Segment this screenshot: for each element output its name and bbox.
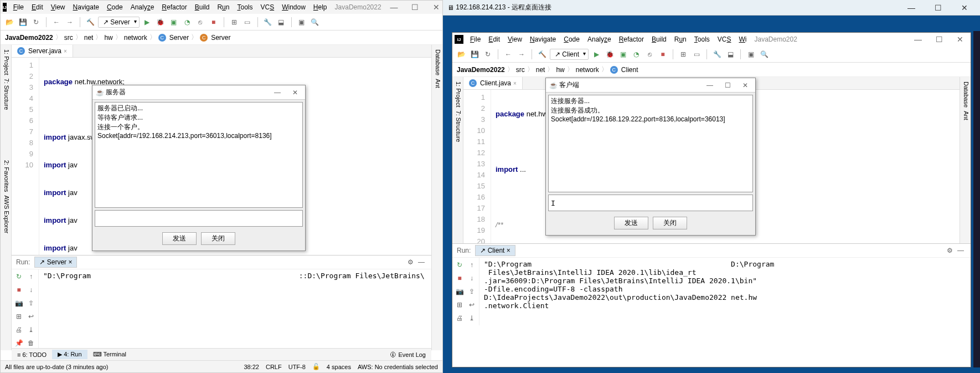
print-icon[interactable]: 🖨 xyxy=(453,312,466,324)
run-output[interactable]: "D:\Program ::D:\Program Files\JetBrains… xyxy=(39,269,431,350)
camera-icon[interactable]: 📷 xyxy=(13,297,25,309)
sdk-icon[interactable]: ⬓ xyxy=(725,49,736,60)
menu-navigate[interactable]: Navigate xyxy=(527,34,559,44)
layout-icon[interactable]: ⊞ xyxy=(13,310,25,323)
crumb[interactable]: Server xyxy=(169,34,189,42)
print-icon[interactable]: 🖨 xyxy=(13,324,25,336)
layout-icon[interactable]: ▣ xyxy=(296,17,307,28)
dialog-output[interactable]: 连接服务器... 连接服务器成功。 Socket[addr=/192.168.1… xyxy=(548,95,753,192)
menu-edit[interactable]: Edit xyxy=(485,34,503,44)
menu-view[interactable]: View xyxy=(48,2,69,12)
hammer-icon[interactable]: 🔨 xyxy=(537,49,548,60)
hide-icon[interactable]: — xyxy=(416,257,427,268)
structure-icon[interactable]: ⊞ xyxy=(678,49,689,60)
menu-file[interactable]: File xyxy=(467,34,484,44)
hammer-icon[interactable]: 🔨 xyxy=(85,17,96,28)
dialog-close-icon[interactable]: ✕ xyxy=(739,81,752,89)
sidebar-right[interactable]: Database Ant xyxy=(431,45,442,350)
close-icon[interactable]: ✕ xyxy=(428,3,445,12)
menu-tools[interactable]: Tools xyxy=(691,34,713,44)
crumb[interactable]: Client xyxy=(621,66,638,74)
menu-navigate[interactable]: Navigate xyxy=(70,2,102,12)
menu-refactor[interactable]: Refactor xyxy=(158,2,190,12)
menu-code[interactable]: Code xyxy=(104,2,126,12)
dialog-input[interactable] xyxy=(95,210,303,227)
crumb[interactable]: network xyxy=(124,34,147,42)
aws-status[interactable]: AWS: No credentials selected xyxy=(358,364,438,370)
coverage-icon[interactable]: ▣ xyxy=(617,49,628,60)
rerun-icon[interactable]: ↻ xyxy=(13,270,25,283)
dialog-input[interactable]: I xyxy=(548,195,753,211)
coverage-icon[interactable]: ▣ xyxy=(168,17,179,28)
sdk-icon[interactable]: ⬓ xyxy=(276,17,287,28)
refresh-icon[interactable]: ↻ xyxy=(482,49,493,60)
layout-icon[interactable]: ▣ xyxy=(745,49,756,60)
crumb[interactable]: network xyxy=(576,66,599,74)
line-ending[interactable]: CRLF xyxy=(266,364,282,370)
stop-icon[interactable]: ■ xyxy=(453,272,466,284)
sidebar-favorites[interactable]: 2: Favorites AWS Explorer xyxy=(1,156,12,267)
down-icon[interactable]: ↓ xyxy=(466,272,478,284)
camera-icon[interactable]: 📷 xyxy=(453,285,466,298)
stop-icon[interactable]: ■ xyxy=(208,17,219,28)
dialog-close-icon[interactable]: ✕ xyxy=(288,89,302,96)
tab-run[interactable]: ▶ 4: Run xyxy=(52,350,87,359)
debug-icon[interactable]: 🐞 xyxy=(604,49,615,60)
dialog-titlebar[interactable]: ☕ 客户端 —☐✕ xyxy=(546,78,755,93)
indent[interactable]: 4 spaces xyxy=(327,364,351,370)
menu-window[interactable]: Wi xyxy=(735,34,750,44)
menu-help[interactable]: Help xyxy=(310,2,331,12)
maximize-icon[interactable]: ☐ xyxy=(407,3,424,12)
avd-icon[interactable]: ▭ xyxy=(691,49,702,60)
open-icon[interactable]: 📂 xyxy=(4,17,15,28)
wrap-icon[interactable]: ↩ xyxy=(466,299,478,311)
min-icon[interactable]: — xyxy=(900,3,922,12)
search-icon[interactable]: 🔍 xyxy=(759,49,770,60)
wrap-icon[interactable]: ↩ xyxy=(25,310,37,323)
send-button[interactable]: 发送 xyxy=(614,217,648,229)
menu-vcs[interactable]: VCS xyxy=(257,2,277,12)
structure-icon[interactable]: ⊞ xyxy=(229,17,240,28)
menu-tools[interactable]: Tools xyxy=(234,2,256,12)
menu-build[interactable]: Build xyxy=(648,34,670,44)
menu-analyze[interactable]: Analyze xyxy=(127,2,158,12)
minimize-icon[interactable]: — xyxy=(910,35,926,44)
tab-terminal[interactable]: ⌨ Terminal xyxy=(87,350,132,359)
maximize-icon[interactable]: ☐ xyxy=(931,35,947,44)
menu-code[interactable]: Code xyxy=(560,34,583,44)
run-tab[interactable]: ↗ Client × xyxy=(475,245,515,256)
forward-icon[interactable]: → xyxy=(64,17,75,28)
rdp-titlebar[interactable]: 🖥 192.168.214.213 - 远程桌面连接 —☐✕ xyxy=(443,0,980,16)
tab-client[interactable]: C Client.java × xyxy=(463,77,523,89)
encoding[interactable]: UTF-8 xyxy=(288,364,306,370)
menu-analyze[interactable]: Analyze xyxy=(584,34,615,44)
dialog-max-icon[interactable]: ☐ xyxy=(721,81,734,89)
hide-icon[interactable]: — xyxy=(955,245,966,256)
crumb[interactable]: src xyxy=(64,34,73,42)
forward-icon[interactable]: → xyxy=(516,49,527,60)
back-icon[interactable]: ← xyxy=(51,17,62,28)
menu-vcs[interactable]: VCS xyxy=(714,34,735,44)
menu-run[interactable]: Run xyxy=(671,34,690,44)
close-icon[interactable]: ✕ xyxy=(952,35,968,44)
run-config-dropdown[interactable]: ↗ Client xyxy=(550,49,589,60)
crumb[interactable]: net xyxy=(536,66,545,74)
tab-close-icon[interactable]: × xyxy=(64,48,67,54)
back-icon[interactable]: ← xyxy=(503,49,514,60)
dialog-min-icon[interactable]: — xyxy=(703,81,716,89)
close-button[interactable]: 关闭 xyxy=(201,232,235,245)
debug-icon[interactable]: 🐞 xyxy=(155,17,166,28)
minimize-icon[interactable]: — xyxy=(386,3,403,12)
export-icon[interactable]: ⇪ xyxy=(466,285,478,298)
run-tab[interactable]: ↗ Server × xyxy=(34,257,77,268)
menu-run[interactable]: Run xyxy=(214,2,233,12)
menu-file[interactable]: File xyxy=(10,2,27,12)
crumb[interactable]: Server xyxy=(211,34,230,42)
run-icon[interactable]: ▶ xyxy=(591,49,602,60)
down-icon[interactable]: ↓ xyxy=(25,284,37,296)
tab-server[interactable]: C Server.java × xyxy=(12,45,73,57)
menu-edit[interactable]: Edit xyxy=(28,2,47,12)
close-icon[interactable]: ✕ xyxy=(953,3,976,12)
rerun-icon[interactable]: ↻ xyxy=(453,259,466,271)
menu-build[interactable]: Build xyxy=(192,2,213,12)
